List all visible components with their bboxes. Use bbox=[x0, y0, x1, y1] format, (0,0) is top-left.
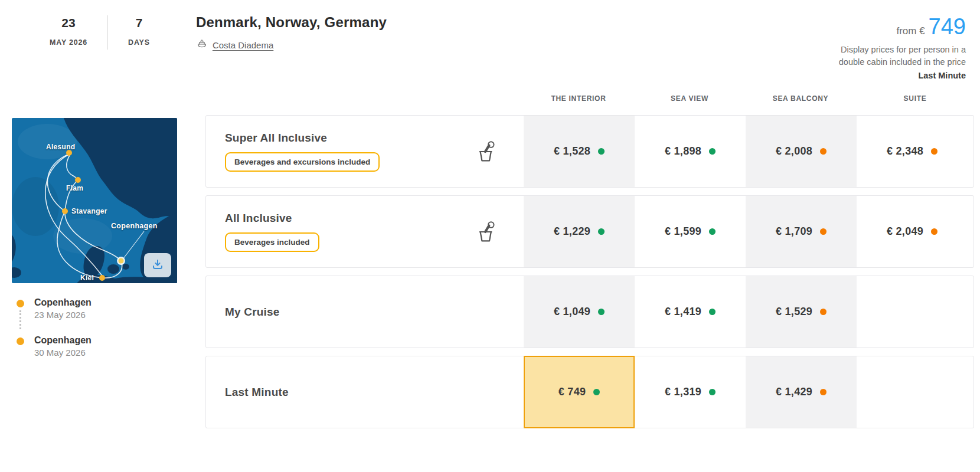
price-from-value: 749 bbox=[929, 15, 966, 38]
itinerary-date: 30 May 2026 bbox=[34, 348, 92, 358]
price-value: € 2,049 bbox=[887, 225, 923, 238]
fare-row-super-all-inclusive: Super All Inclusive Beverages and excurs… bbox=[205, 115, 974, 188]
itinerary-port: Copenhagen bbox=[34, 297, 92, 308]
availability-dot bbox=[709, 228, 716, 235]
availability-dot bbox=[709, 148, 716, 155]
availability-dot bbox=[931, 228, 937, 235]
page-title: Denmark, Norway, Germany bbox=[196, 14, 387, 31]
availability-dot bbox=[598, 309, 605, 315]
download-map-button[interactable] bbox=[144, 253, 171, 277]
duration: 7 DAYS bbox=[108, 13, 170, 47]
availability-dot bbox=[598, 148, 605, 155]
price-value: € 2,008 bbox=[776, 145, 812, 158]
duration-label: DAYS bbox=[128, 38, 150, 47]
availability-dot bbox=[709, 309, 716, 315]
availability-dot bbox=[598, 228, 605, 235]
price-cell[interactable]: € 1,319 bbox=[635, 356, 746, 428]
price-value: € 1,529 bbox=[776, 306, 812, 318]
duration-value: 7 bbox=[128, 15, 150, 30]
price-cell[interactable]: € 1,049 bbox=[524, 276, 635, 348]
fare-table: THE INTERIOR SEA VIEW SEA BALCONY SUITE … bbox=[205, 94, 974, 436]
fare-badge: Beverages and excursions included bbox=[225, 152, 380, 172]
price-value: € 1,319 bbox=[665, 386, 701, 398]
ship-icon bbox=[196, 38, 208, 52]
departure-date: 23 MAY 2026 bbox=[30, 13, 107, 47]
map-port-label: Flam bbox=[66, 184, 83, 192]
map-port-label: Copenhagen bbox=[111, 222, 158, 230]
price-note-emphasis: Last Minute bbox=[718, 71, 966, 80]
column-header-suite: SUITE bbox=[856, 94, 974, 103]
itinerary-date: 23 May 2026 bbox=[34, 310, 92, 320]
route-map: Alesund Flam Stavanger Copenhagen Kiel bbox=[12, 118, 177, 283]
download-icon bbox=[151, 257, 165, 274]
left-panel: Alesund Flam Stavanger Copenhagen Kiel bbox=[12, 118, 177, 358]
header: 23 MAY 2026 7 DAYS Denmark, Norway, Germ… bbox=[30, 13, 387, 52]
map-port-label: Kiel bbox=[80, 274, 94, 282]
port-dot-icon bbox=[17, 300, 24, 307]
itinerary-item: Copenhagen 30 May 2026 bbox=[17, 335, 177, 358]
price-from-label: from € bbox=[896, 25, 925, 37]
price-note: Display prices for per person in a doubl… bbox=[718, 44, 966, 68]
itinerary-item: Copenhagen 23 May 2026 bbox=[17, 297, 177, 335]
port-dot-icon bbox=[17, 337, 24, 345]
cabin-column-headers: THE INTERIOR SEA VIEW SEA BALCONY SUITE bbox=[205, 94, 974, 103]
departure-day: 23 bbox=[50, 15, 87, 30]
itinerary-port: Copenhagen bbox=[34, 335, 92, 346]
itinerary-connector bbox=[19, 310, 21, 329]
price-cell[interactable]: € 1,599 bbox=[635, 196, 746, 267]
fare-row-all-inclusive: All Inclusive Beverages included € 1,229 bbox=[205, 195, 974, 268]
price-value: € 2,348 bbox=[887, 145, 923, 158]
price-value: € 1,419 bbox=[665, 306, 701, 318]
ship-link[interactable]: Costa Diadema bbox=[213, 40, 273, 50]
price-cell[interactable]: € 2,008 bbox=[746, 116, 857, 187]
price-value: € 1,898 bbox=[665, 145, 701, 158]
availability-dot bbox=[709, 389, 716, 395]
availability-dot bbox=[931, 148, 937, 155]
map-port-label: Stavanger bbox=[71, 207, 107, 215]
column-header-sea-balcony: SEA BALCONY bbox=[745, 94, 856, 103]
price-cell-empty bbox=[857, 276, 968, 348]
price-cell[interactable]: € 1,229 bbox=[524, 196, 635, 267]
drink-bucket-icon bbox=[473, 219, 498, 244]
price-cell[interactable]: € 1,419 bbox=[635, 276, 746, 348]
cruise-offer-page: 23 MAY 2026 7 DAYS Denmark, Norway, Germ… bbox=[0, 0, 980, 472]
price-value: € 1,049 bbox=[554, 306, 590, 318]
fare-name: Super All Inclusive bbox=[225, 132, 380, 145]
price-cell[interactable]: € 2,049 bbox=[857, 196, 968, 267]
availability-dot bbox=[820, 148, 827, 155]
availability-dot bbox=[820, 309, 827, 315]
price-cell[interactable]: € 1,709 bbox=[746, 196, 857, 267]
availability-dot bbox=[820, 228, 827, 235]
column-header-interior: THE INTERIOR bbox=[523, 94, 634, 103]
title-block: Denmark, Norway, Germany Costa Diadema bbox=[196, 13, 387, 52]
price-cell[interactable]: € 1,529 bbox=[746, 276, 857, 348]
price-value: € 1,709 bbox=[776, 225, 812, 238]
price-cell[interactable]: € 1,898 bbox=[635, 116, 746, 187]
map-port-label: Alesund bbox=[46, 143, 75, 151]
drink-bucket-icon bbox=[473, 139, 498, 164]
price-value: € 1,528 bbox=[554, 145, 590, 158]
price-value: € 1,229 bbox=[554, 225, 590, 238]
fare-name: Last Minute bbox=[225, 386, 289, 399]
price-cell[interactable]: € 1,429 bbox=[746, 356, 857, 428]
fare-badge: Beverages included bbox=[225, 232, 319, 252]
fare-name: My Cruise bbox=[225, 306, 280, 319]
fare-row-last-minute: Last Minute € 749 € 1,319 € 1,429 bbox=[205, 356, 974, 428]
fare-row-my-cruise: My Cruise € 1,049 € 1,419 € 1,529 bbox=[205, 276, 974, 348]
price-value: € 749 bbox=[558, 386, 586, 398]
departure-month-year: MAY 2026 bbox=[50, 38, 87, 47]
column-header-sea-view: SEA VIEW bbox=[634, 94, 745, 103]
price-cell[interactable]: € 1,528 bbox=[524, 116, 635, 187]
price-summary: from € 749 Display prices for per person… bbox=[718, 15, 966, 80]
price-value: € 1,429 bbox=[776, 386, 812, 398]
price-cell[interactable]: € 2,348 bbox=[857, 116, 968, 187]
price-value: € 1,599 bbox=[665, 225, 701, 238]
availability-dot bbox=[820, 389, 827, 395]
price-cell[interactable]: € 749 bbox=[524, 356, 635, 428]
itinerary-list: Copenhagen 23 May 2026 Copenhagen 30 May… bbox=[12, 297, 177, 358]
fare-name: All Inclusive bbox=[225, 212, 319, 225]
availability-dot bbox=[593, 389, 600, 395]
price-cell-empty bbox=[857, 356, 968, 428]
